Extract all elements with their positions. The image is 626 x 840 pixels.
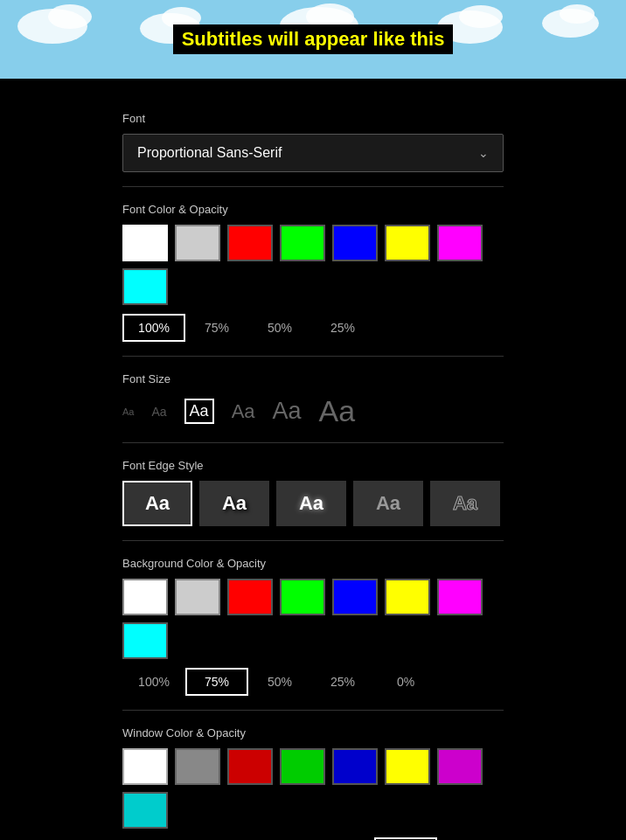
font-opacity-btn-100[interactable]: 100% [122,314,185,342]
font-edge-item-2[interactable]: Aa [276,481,346,526]
window-color-swatch-blue[interactable] [332,748,378,785]
font-edge-section: Font Edge Style AaAaAaAaAa [122,459,504,526]
font-size-item-2[interactable]: Aa [184,399,214,424]
bg-opacity-row: 100%75%50%25%0% [122,668,504,696]
divider-3 [122,442,504,443]
bg-color-swatch-green[interactable] [280,579,325,615]
font-color-swatches [122,225,504,305]
font-size-item-1[interactable]: Aa [151,405,166,419]
bg-opacity-btn-100[interactable]: 100% [122,668,185,696]
font-size-item-3[interactable]: Aa [232,400,255,423]
font-opacity-btn-25[interactable]: 25% [311,314,374,342]
font-size-row: AaAaAaAaAaAa [122,394,504,428]
font-color-section: Font Color & Opacity 100%75%50%25% [122,203,504,342]
font-color-swatch-light-gray[interactable] [175,225,220,261]
window-color-swatch-yellow[interactable] [385,748,430,785]
window-color-swatch-cyan[interactable] [122,792,168,829]
bg-color-label: Background Color & Opacity [122,557,504,570]
window-color-swatch-magenta[interactable] [437,748,483,785]
subtitle-preview-text: Subtitles will appear like this [173,24,454,54]
font-selected-value: Proportional Sans-Serif [137,145,282,161]
font-opacity-btn-50[interactable]: 50% [248,314,311,342]
preview-header: Subtitles will appear like this [0,0,626,79]
bg-opacity-btn-25[interactable]: 25% [311,668,374,696]
chevron-down-icon: ⌄ [478,146,489,160]
divider-1 [122,186,504,187]
bg-color-section: Background Color & Opacity 100%75%50%25%… [122,557,504,696]
divider-2 [122,356,504,357]
font-color-swatch-red[interactable] [227,225,273,261]
font-section: Font Proportional Sans-Serif ⌄ [122,112,504,172]
font-opacity-btn-75[interactable]: 75% [185,314,248,342]
bg-color-swatch-white[interactable] [122,579,168,615]
bg-color-swatches [122,579,504,659]
font-edge-item-3[interactable]: Aa [353,481,423,526]
font-color-swatch-white[interactable] [122,225,168,261]
font-color-label: Font Color & Opacity [122,203,504,216]
font-edge-label: Font Edge Style [122,459,504,472]
window-color-swatch-red[interactable] [227,748,273,785]
font-edge-row: AaAaAaAaAa [122,481,504,526]
font-dropdown[interactable]: Proportional Sans-Serif ⌄ [122,134,504,172]
bg-color-swatch-yellow[interactable] [385,579,430,615]
divider-5 [122,710,504,711]
font-color-swatch-magenta[interactable] [437,225,483,261]
bg-opacity-btn-50[interactable]: 50% [248,668,311,696]
bg-color-swatch-magenta[interactable] [437,579,483,615]
bg-color-swatch-cyan[interactable] [122,622,168,659]
font-color-swatch-blue[interactable] [332,225,378,261]
window-color-section: Window Color & Opacity 100%75%50%25%0% [122,726,504,840]
font-label: Font [122,112,504,125]
bg-color-swatch-light-gray[interactable] [175,579,220,615]
font-size-section: Font Size AaAaAaAaAaAa [122,372,504,428]
font-size-label: Font Size [122,372,504,385]
font-color-swatch-cyan[interactable] [122,268,168,305]
font-size-item-5[interactable]: Aa [319,394,356,428]
bg-color-swatch-red[interactable] [227,579,273,615]
font-edge-item-1[interactable]: Aa [199,481,269,526]
font-color-swatch-yellow[interactable] [385,225,430,261]
bg-color-swatch-blue[interactable] [332,579,378,615]
window-color-swatch-light-gray[interactable] [175,748,220,785]
bg-opacity-btn-75[interactable]: 75% [185,668,248,696]
font-edge-item-4[interactable]: Aa [430,481,500,526]
divider-4 [122,540,504,541]
font-size-item-0[interactable]: Aa [122,406,134,417]
font-color-swatch-green[interactable] [280,225,325,261]
window-color-swatches [122,748,504,829]
font-opacity-row: 100%75%50%25% [122,314,504,342]
window-color-label: Window Color & Opacity [122,726,504,739]
bg-opacity-btn-0[interactable]: 0% [374,668,437,696]
settings-panel: Font Proportional Sans-Serif ⌄ Font Colo… [0,79,626,840]
font-size-item-4[interactable]: Aa [273,398,302,425]
window-color-swatch-green[interactable] [280,748,325,785]
window-color-swatch-white[interactable] [122,748,168,785]
font-edge-item-0[interactable]: Aa [122,481,192,526]
